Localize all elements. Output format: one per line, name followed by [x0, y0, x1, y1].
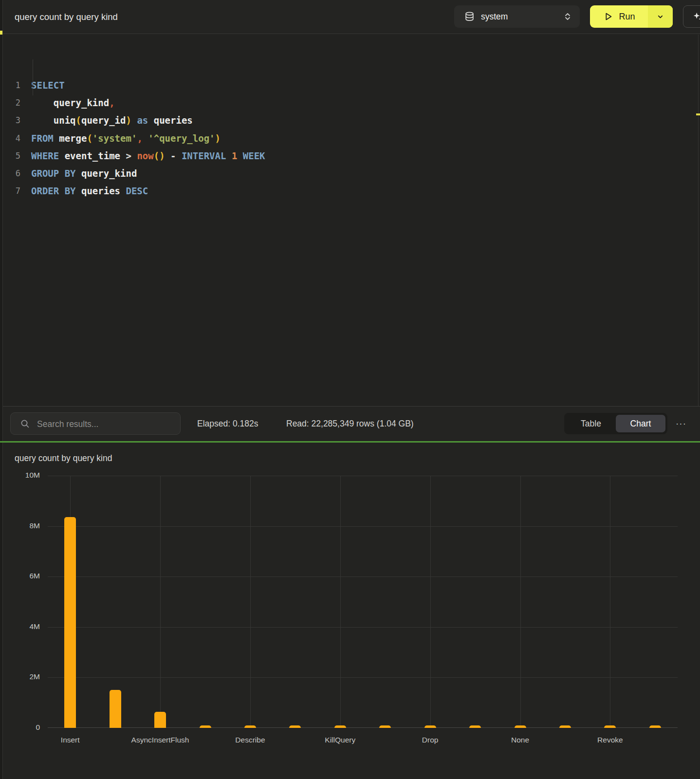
- code-line-2[interactable]: 2 query_kind,: [3, 94, 700, 111]
- chart-bar[interactable]: [110, 690, 121, 728]
- page-title: query count by query kind: [15, 0, 118, 34]
- line-number: 7: [3, 182, 20, 200]
- code-line-7[interactable]: 7ORDER BY queries DESC: [3, 182, 700, 200]
- tab-chart[interactable]: Chart: [616, 415, 665, 432]
- database-name: system: [481, 12, 508, 22]
- x-gridline: [520, 476, 521, 728]
- line-number: 1: [3, 76, 20, 94]
- chart-bar-KillQuery[interactable]: [334, 725, 346, 728]
- code-text: uniq(query_id) as queries: [31, 111, 193, 129]
- run-button-group: Run: [590, 5, 673, 28]
- run-button[interactable]: Run: [590, 5, 648, 28]
- y-gridline: [48, 576, 678, 577]
- search-icon: [20, 419, 30, 428]
- bar-chart-plot: 02M4M6M8M10MInsertAsyncInsertFlushDescri…: [48, 476, 678, 728]
- y-axis-tick: 0: [16, 723, 40, 732]
- play-icon: [603, 11, 613, 22]
- elapsed-stat: Elapsed: 0.182s: [197, 407, 258, 441]
- x-axis-label: KillQuery: [325, 736, 355, 744]
- x-axis-label: AsyncInsertFlush: [131, 736, 189, 744]
- y-axis-tick: 4M: [16, 622, 40, 631]
- chart-bar-Revoke[interactable]: [604, 725, 616, 728]
- chart-panel: query count by query kind 02M4M6M8M10MIn…: [3, 443, 700, 779]
- line-number: 5: [3, 147, 20, 165]
- y-axis-tick: 8M: [16, 521, 40, 530]
- database-icon: [465, 12, 474, 21]
- code-text: FROM merge('system', '^query_log'): [31, 130, 221, 147]
- sql-editor[interactable]: 1SELECT2 query_kind,3 uniq(query_id) as …: [3, 35, 700, 406]
- x-axis-label: Insert: [61, 736, 80, 744]
- indent-guide: [33, 59, 33, 95]
- line-number: 6: [3, 165, 20, 182]
- code-text: GROUP BY query_kind: [31, 165, 137, 182]
- line-number: 4: [3, 130, 20, 147]
- chart-bar-Insert[interactable]: [64, 517, 76, 728]
- y-axis-tick: 2M: [16, 672, 40, 681]
- x-gridline: [160, 476, 161, 728]
- assistant-button[interactable]: [683, 5, 700, 28]
- line-number: 2: [3, 94, 20, 111]
- y-gridline: [48, 526, 678, 527]
- sparkles-icon: [692, 11, 700, 22]
- chart-bar-Drop[interactable]: [424, 725, 436, 728]
- code-text: SELECT: [31, 76, 65, 94]
- chevron-down-icon: [657, 13, 664, 20]
- search-input[interactable]: [36, 413, 174, 435]
- view-toggle: Table Chart: [564, 413, 667, 434]
- x-axis-label: Drop: [422, 736, 439, 744]
- run-dropdown-button[interactable]: [648, 5, 673, 28]
- read-stat: Read: 22,285,349 rows (1.04 GB): [286, 407, 414, 441]
- y-gridline: [48, 677, 678, 678]
- chart-bar[interactable]: [379, 725, 391, 728]
- code-text: query_kind,: [31, 94, 115, 111]
- chart-title: query count by query kind: [15, 453, 112, 464]
- x-axis-label: None: [511, 736, 529, 744]
- x-axis-line: [48, 727, 678, 728]
- chart-bar[interactable]: [649, 725, 661, 728]
- tab-table[interactable]: Table: [566, 415, 616, 432]
- x-gridline: [610, 476, 610, 728]
- y-axis-tick: 10M: [16, 471, 40, 480]
- search-input-box: [10, 412, 181, 435]
- chart-bar[interactable]: [200, 725, 211, 728]
- code-line-6[interactable]: 6GROUP BY query_kind: [3, 165, 700, 182]
- chart-bar-AsyncInsertFlush[interactable]: [154, 712, 166, 728]
- x-gridline: [430, 476, 431, 728]
- chart-bar-None[interactable]: [515, 725, 526, 728]
- code-text: ORDER BY queries DESC: [31, 182, 148, 200]
- code-line-3[interactable]: 3 uniq(query_id) as queries: [3, 111, 700, 129]
- chart-bar[interactable]: [289, 725, 301, 728]
- editor-right-border: [698, 35, 699, 406]
- topbar: query count by query kind system Run: [3, 0, 700, 34]
- chart-bar-Describe[interactable]: [244, 725, 256, 728]
- chart-bar[interactable]: [469, 725, 481, 728]
- code-line-4[interactable]: 4FROM merge('system', '^query_log'): [3, 130, 700, 147]
- active-tab-indicator: [0, 31, 2, 35]
- line-number: 3: [3, 111, 20, 129]
- code-line-5[interactable]: 5WHERE event_time > now() - INTERVAL 1 W…: [3, 147, 700, 165]
- database-selector[interactable]: system: [454, 5, 580, 28]
- y-axis-tick: 6M: [16, 572, 40, 580]
- code-text: WHERE event_time > now() - INTERVAL 1 WE…: [31, 147, 265, 165]
- x-gridline: [250, 476, 251, 728]
- run-label: Run: [619, 12, 635, 22]
- x-gridline: [340, 476, 341, 728]
- y-gridline: [48, 476, 678, 476]
- unfold-chevron-icon: [563, 12, 572, 21]
- scroll-annotation-marker: [696, 113, 700, 115]
- x-axis-label: Revoke: [597, 736, 623, 744]
- code-line-1[interactable]: 1SELECT: [3, 76, 700, 94]
- more-options-button[interactable]: ···: [673, 407, 689, 441]
- results-toolbar: Elapsed: 0.182s Read: 22,285,349 rows (1…: [3, 406, 700, 441]
- x-axis-label: Describe: [235, 736, 265, 744]
- chart-bar[interactable]: [559, 725, 571, 728]
- y-gridline: [48, 627, 678, 628]
